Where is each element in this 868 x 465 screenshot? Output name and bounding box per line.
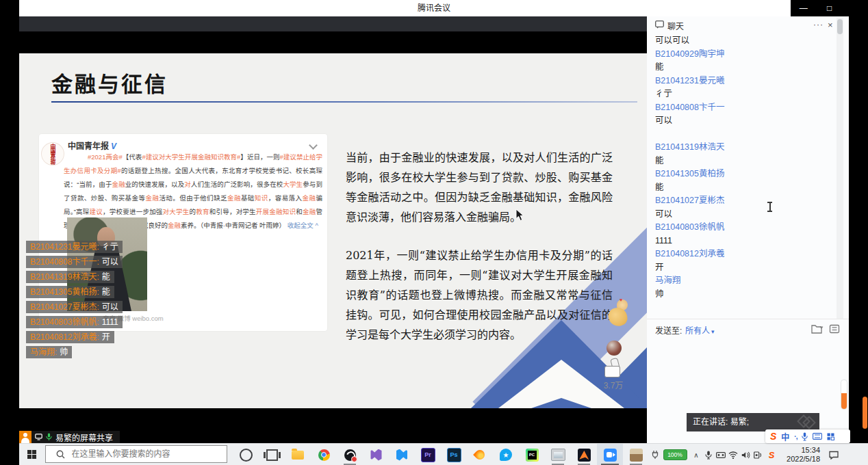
overlay-message-text: 帅 — [60, 347, 68, 357]
weibo-account-name: 中国青年报V — [68, 140, 116, 151]
weibo-text-segment: #2021两会# — [88, 153, 123, 161]
sogou-logo-icon[interactable]: S — [770, 429, 776, 443]
audio-device-icon[interactable] — [752, 444, 764, 465]
chat-scrollbar-thumb[interactable] — [837, 19, 843, 34]
ime-mic-icon[interactable] — [802, 432, 808, 441]
chat-message-text: 可以 — [655, 114, 832, 128]
screen-share-banner: 易繁的屏幕共享 — [19, 431, 120, 443]
chat-message-text: 彳亍 — [655, 88, 832, 101]
overlay-message: B21040803徐帆帆:1111 — [26, 316, 123, 328]
chat-more-button[interactable]: ··· — [813, 20, 824, 29]
pycharm-icon[interactable]: PC — [519, 444, 545, 465]
matlab-icon[interactable] — [571, 444, 597, 465]
overlay-sender-name: B21040803徐帆帆: — [30, 317, 99, 327]
taskbar-search[interactable] — [45, 445, 227, 463]
obs-icon[interactable] — [337, 444, 363, 465]
weibo-text-segment: 的 — [190, 208, 196, 215]
ime-keyboard-icon[interactable] — [813, 433, 822, 440]
overlay-sender-name: B21041305黄柏扬: — [30, 287, 99, 297]
battery-indicator[interactable]: 100% — [661, 444, 689, 465]
photos-icon[interactable] — [623, 444, 649, 465]
chat-scrollbar[interactable] — [837, 18, 843, 319]
tim-icon[interactable]: ★ — [493, 444, 519, 465]
cortana-icon[interactable] — [233, 444, 259, 465]
dropdown-arrow-icon: ▾ — [711, 328, 715, 335]
overlay-message: 马海翔:帅 — [26, 346, 72, 358]
chat-header: 聊天 ··· × — [647, 16, 849, 33]
weibo-text-segment: 业的快速发展，以及 — [125, 181, 184, 188]
meeting-toolbar-strip — [19, 16, 647, 31]
window-title: 腾讯会议 — [405, 0, 463, 16]
taskbar-clock[interactable]: 15:34 2022/5/18 — [780, 444, 820, 465]
start-button[interactable] — [19, 444, 45, 465]
ime-toolbox-icon[interactable] — [827, 433, 834, 440]
chat-sender-name[interactable]: B21041231晏元曦 — [655, 75, 832, 88]
file-send-icon[interactable] — [811, 323, 826, 334]
scrollbar-capsule[interactable] — [841, 380, 847, 409]
weibo-text-segment: 对大学生 — [163, 208, 190, 215]
file-explorer-icon[interactable] — [285, 444, 311, 465]
desktop-screen: 腾讯会议 — □ × 金融与征信 中国青年报 中国青年报V #2021两会#【代… — [0, 0, 868, 465]
tray-device-icon[interactable] — [715, 444, 727, 465]
chat-sender-name[interactable]: B21041027夏彬杰 — [655, 194, 832, 208]
chat-sender-name[interactable]: B21041305黄柏扬 — [655, 168, 832, 181]
visual-studio-icon[interactable] — [363, 444, 389, 465]
slide-paragraph: 2021年，一则“建议禁止给学生办信用卡及分期”的话题登上热搜，而同年，一则“建… — [346, 245, 613, 345]
task-view-icon[interactable] — [259, 444, 285, 465]
mic-on-icon — [46, 433, 52, 441]
search-icon — [56, 450, 65, 459]
overlay-message: B21041305黄柏扬:能 — [26, 286, 114, 298]
weibo-text-segment: ，学校要进一步加强 — [103, 208, 163, 215]
chat-message-text: 1111 — [655, 235, 832, 248]
wifi-icon[interactable] — [727, 444, 739, 465]
chat-message-text: 可以 — [655, 208, 832, 222]
chat-message-text: 能 — [655, 61, 832, 75]
chat-sender-name[interactable]: B21040803徐帆帆 — [655, 221, 832, 235]
weibo-text-segment: 金融 — [303, 208, 316, 215]
tencent-meeting-icon[interactable] — [597, 444, 623, 465]
weibo-text-segment: 金融 — [168, 222, 181, 229]
action-center-icon[interactable] — [824, 444, 843, 465]
premiere-icon[interactable]: Pr — [415, 444, 441, 465]
volume-icon[interactable] — [739, 444, 752, 465]
tray-chevron-up[interactable]: ∧ — [690, 444, 702, 465]
minimize-button[interactable]: — — [791, 0, 817, 16]
ime-punctuation-toggle[interactable]: ·, — [794, 433, 797, 440]
ime-language-toggle[interactable]: 中 — [781, 431, 789, 442]
weibo-collapse-link[interactable]: 收起全文 ^ — [288, 222, 318, 229]
weibo-text-segment: 大学生 — [283, 181, 303, 188]
chat-sender-name[interactable]: B21040812刘承羲 — [655, 248, 832, 261]
weibo-text-segment: 建议 — [90, 208, 103, 215]
announcement-icon[interactable] — [829, 323, 840, 334]
overlay-sender-name: B21041319林浩天: — [30, 272, 99, 282]
capture-app-icon[interactable] — [545, 444, 571, 465]
overlay-message-text: 1111 — [102, 317, 118, 327]
chat-panel: 聊天 ··· × 可以可以B21040929陶宇坤能B21041231晏元曦彳亍… — [647, 16, 849, 443]
weibo-text-segment: 金融 — [112, 181, 125, 188]
chat-sender-name[interactable]: B21041319林浩天 — [655, 141, 832, 155]
like-count: 3.7万 — [598, 379, 628, 390]
chevron-down-icon[interactable] — [309, 141, 318, 150]
chat-sender-name[interactable]: 马海翔 — [655, 274, 832, 288]
overlay-message-text: 可以 — [102, 257, 118, 267]
overlay-message: B21041319林浩天:能 — [26, 271, 114, 283]
weibo-text-segment: 开展金融知识 — [256, 208, 296, 215]
photoshop-icon[interactable]: Ps — [441, 444, 467, 465]
slide-title-underline — [51, 101, 637, 103]
chrome-icon[interactable] — [311, 444, 337, 465]
chat-close-button[interactable]: × — [828, 20, 833, 30]
search-input[interactable] — [71, 449, 217, 460]
weibo-text-segment: 素养。（中青报·中青网记者 叶雨婷） — [181, 222, 288, 229]
edge-scroll-capsule[interactable] — [863, 397, 867, 429]
chat-sender-name[interactable]: B21040808卞千一 — [655, 101, 832, 115]
send-to-dropdown[interactable]: 所有人▾ — [685, 324, 715, 336]
overlay-message-text: 开 — [102, 332, 110, 342]
chat-sender-name[interactable]: B21040929陶宇坤 — [655, 48, 832, 62]
maximize-button[interactable]: □ — [817, 0, 843, 16]
sogou-tray-icon[interactable]: S — [765, 444, 778, 465]
ime-toolbar: S 中 ·, — [765, 429, 850, 443]
tray-mic-icon[interactable] — [702, 444, 715, 465]
flame-app-icon[interactable] — [467, 444, 493, 465]
vscode-icon[interactable] — [389, 444, 415, 465]
taskbar: Pr Ps ★ PC 100% ∧ — [19, 443, 868, 465]
